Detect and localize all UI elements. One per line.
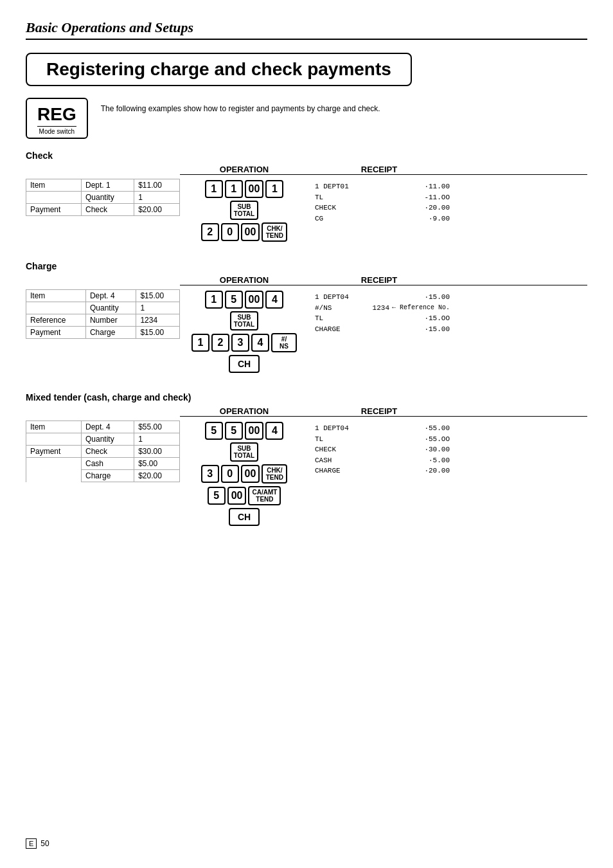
table-area-check: ItemDept. 1$11.00Quantity1PaymentCheck$2… — [26, 179, 180, 216]
key-btn-00[interactable]: 00 — [241, 223, 260, 241]
receipt-line-right: -11.OO — [411, 192, 450, 203]
key-btn-1[interactable]: 1 — [225, 180, 243, 198]
receipt-line-left: CASH — [315, 455, 411, 466]
key-btn-00[interactable]: 00 — [245, 422, 264, 440]
key-btn-SUB-TOTAL[interactable]: SUB TOTAL — [230, 201, 258, 220]
content-row-charge: ItemDept. 4$15.00Quantity1ReferenceNumbe… — [26, 289, 587, 373]
key-btn-00[interactable]: 00 — [227, 487, 247, 505]
table-cell: Reference — [26, 314, 86, 327]
key-btn-CA/AMT-TEND[interactable]: CA/AMT TEND — [248, 486, 281, 505]
page-footer: E 50 — [26, 838, 49, 849]
key-btn-CH[interactable]: CH — [229, 355, 260, 373]
key-btn-1[interactable]: 1 — [205, 180, 223, 198]
section-title-charge: Charge — [26, 261, 587, 271]
key-btn-00[interactable]: 00 — [245, 291, 264, 309]
table-cell: Item — [26, 421, 82, 433]
table-cell — [26, 302, 86, 314]
table-row: Quantity1 — [26, 192, 180, 204]
key-btn-SUB-TOTAL[interactable]: SUB TOTAL — [230, 442, 258, 462]
table-area-mixed: ItemDept. 4$55.00Quantity1PaymentCheck$3… — [26, 420, 180, 482]
key-btn-5[interactable]: 5 — [225, 291, 243, 309]
table-cell: Dept. 4 — [85, 290, 136, 302]
key-row: 3000CHK/ TEND — [201, 464, 288, 484]
key-btn-SUB-TOTAL[interactable]: SUB TOTAL — [230, 311, 258, 330]
key-btn-CHK/-TEND[interactable]: CHK/ TEND — [262, 222, 287, 242]
receipt-line: #/NS1234← Reference No. — [315, 303, 450, 314]
section-check: CheckOPERATIONRECEIPTItemDept. 1$11.00Qu… — [26, 150, 587, 242]
key-btn-5[interactable]: 5 — [208, 487, 226, 505]
receipt-line: 1 DEPT04·55.00 — [315, 423, 450, 434]
receipt-area-check: 1 DEPT01·11.00TL-11.OOCHECK·20.00CG·9.00 — [308, 179, 450, 226]
table-cell: Quantity — [85, 302, 136, 314]
reference-note: ← Reference No. — [392, 303, 450, 314]
key-btn-3[interactable]: 3 — [201, 465, 219, 483]
key-row: SUB TOTAL — [230, 311, 258, 330]
receipt-line-left: TL — [315, 313, 411, 324]
key-btn-5[interactable]: 5 — [205, 422, 223, 440]
key-btn-5[interactable]: 5 — [225, 422, 243, 440]
key-btn-1[interactable]: 1 — [265, 180, 283, 198]
table-cell: Payment — [26, 327, 86, 339]
table-cell: $15.00 — [136, 290, 180, 302]
receipt-line-right: ·55.00 — [411, 423, 450, 434]
table-cell — [26, 433, 82, 446]
key-btn-00[interactable]: 00 — [245, 180, 264, 198]
op-receipt-header-check: OPERATIONRECEIPT — [180, 165, 587, 175]
key-btn-4[interactable]: 4 — [251, 334, 269, 352]
key-btn-2[interactable]: 2 — [211, 334, 229, 352]
main-title: Registering charge and check payments — [46, 59, 391, 80]
table-row: PaymentCharge$15.00 — [26, 327, 180, 339]
receipt-line: CHARGE·20.00 — [315, 466, 450, 476]
key-row: 15004 — [205, 291, 284, 309]
receipt-line: CHECK·20.00 — [315, 203, 450, 213]
footer-page-number: 50 — [40, 839, 49, 848]
receipt-line-right: ·15.00 — [411, 292, 450, 303]
table-row: Cash$5.00 — [26, 458, 180, 470]
table-cell: Cash — [81, 458, 134, 470]
key-btn-4[interactable]: 4 — [265, 422, 283, 440]
key-row: 55004 — [205, 422, 284, 440]
table-cell: Item — [26, 179, 82, 192]
receipt-line-left: CHECK — [315, 203, 411, 213]
receipt-label: RECEIPT — [308, 275, 450, 285]
key-btn-1[interactable]: 1 — [205, 291, 223, 309]
reg-mode-box: REG Mode switch — [26, 98, 88, 139]
key-btn-#/-NS[interactable]: #/ NS — [271, 333, 297, 352]
table-cell — [26, 458, 82, 470]
data-table-check: ItemDept. 1$11.00Quantity1PaymentCheck$2… — [26, 179, 180, 216]
key-row: CH — [229, 355, 260, 373]
operation-label: OPERATION — [180, 165, 308, 174]
key-row: CH — [229, 508, 260, 526]
table-cell: Payment — [26, 204, 82, 216]
receipt-line-right: ·20.00 — [411, 203, 450, 213]
key-btn-4[interactable]: 4 — [265, 291, 283, 309]
table-cell: $5.00 — [134, 458, 180, 470]
key-row: 11001 — [205, 180, 284, 198]
receipt-line-left: CHARGE — [315, 324, 411, 335]
reg-description: The following examples show how to regis… — [101, 98, 380, 113]
receipt-line-left: 1 DEPT04 — [315, 292, 411, 303]
table-cell — [26, 192, 82, 204]
table-row: Quantity1 — [26, 433, 180, 446]
key-btn-0[interactable]: 0 — [221, 465, 239, 483]
key-btn-0[interactable]: 0 — [221, 223, 239, 241]
data-table-charge: ItemDept. 4$15.00Quantity1ReferenceNumbe… — [26, 289, 180, 339]
table-cell: 1 — [134, 192, 180, 204]
table-cell: $20.00 — [134, 470, 180, 482]
key-row: SUB TOTAL — [230, 442, 258, 462]
receipt-line-right: ·15.OO — [411, 313, 450, 324]
receipt-line-right: ·11.00 — [411, 181, 450, 192]
table-row: ReferenceNumber1234 — [26, 314, 180, 327]
content-row-mixed: ItemDept. 4$55.00Quantity1PaymentCheck$3… — [26, 420, 587, 526]
content-row-check: ItemDept. 1$11.00Quantity1PaymentCheck$2… — [26, 179, 587, 242]
table-cell: 1234 — [136, 314, 180, 327]
key-btn-00[interactable]: 00 — [241, 465, 260, 483]
section-title-box: Registering charge and check payments — [26, 53, 412, 86]
key-btn-CH[interactable]: CH — [229, 508, 260, 526]
receipt-line: CHECK·30.00 — [315, 444, 450, 455]
key-btn-1[interactable]: 1 — [191, 334, 209, 352]
section-mixed: Mixed tender (cash, charge and check)OPE… — [26, 392, 587, 526]
key-btn-CHK/-TEND[interactable]: CHK/ TEND — [262, 464, 287, 484]
key-btn-2[interactable]: 2 — [201, 223, 219, 241]
key-btn-3[interactable]: 3 — [231, 334, 249, 352]
